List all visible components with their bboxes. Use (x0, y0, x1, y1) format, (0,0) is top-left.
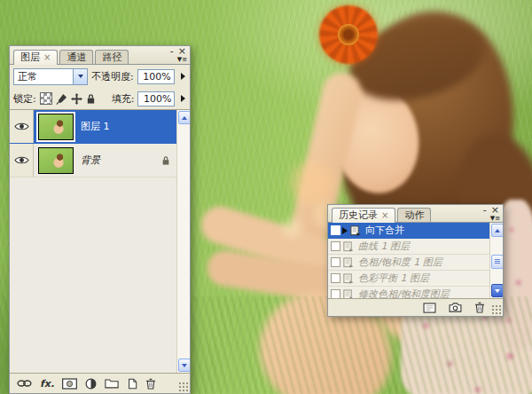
fill-slider-arrow-icon[interactable] (181, 95, 185, 102)
history-state-icon (342, 257, 354, 268)
tab-channels[interactable]: 通道 (59, 50, 93, 64)
tab-paths-label: 路径 (102, 52, 121, 63)
history-state-row[interactable]: 修改色相/饱和度图层 (328, 287, 503, 298)
new-layer-icon[interactable] (127, 378, 137, 390)
history-panel-toolbar (328, 298, 503, 316)
layer-mask-icon[interactable] (62, 378, 77, 390)
layer-style-icon[interactable]: fx. (40, 378, 54, 390)
history-state-icon (349, 225, 361, 236)
tab-history[interactable]: 历史记录 × (332, 208, 395, 223)
tab-layers[interactable]: 图层 × (13, 50, 58, 65)
visibility-toggle[interactable] (10, 110, 34, 143)
layer-row-layer1[interactable]: 图层 1 (10, 110, 190, 144)
layer-name[interactable]: 背景 (81, 154, 161, 167)
minimize-icon[interactable]: - (170, 47, 174, 56)
delete-layer-icon[interactable] (145, 378, 156, 390)
layer-name[interactable]: 图层 1 (81, 120, 176, 133)
history-state-row[interactable]: 向下合并 (328, 223, 503, 239)
history-state-label: 向下合并 (365, 224, 489, 237)
photoshop-workspace: 图层 × 通道 路径 - × ▼≡ 正常 不透明度: 100% (0, 0, 532, 394)
lock-pixels-icon[interactable] (56, 93, 67, 105)
history-brush-source-checkbox[interactable] (328, 273, 342, 283)
tab-close-icon[interactable]: × (43, 52, 51, 63)
history-state-label: 曲线 1 图层 (358, 240, 489, 253)
layer-thumbnail[interactable] (38, 147, 74, 174)
tab-close-icon[interactable]: × (381, 210, 388, 221)
tab-paths[interactable]: 路径 (95, 50, 129, 64)
layer-thumbnail[interactable] (38, 114, 74, 140)
panel-menu-icon[interactable]: ▼≡ (177, 57, 187, 63)
close-icon[interactable]: × (491, 206, 499, 215)
scroll-up-icon[interactable] (491, 224, 503, 237)
visibility-toggle[interactable] (10, 144, 34, 177)
history-state-row[interactable]: 色彩平衡 1 图层 (328, 271, 503, 287)
eye-icon (14, 155, 29, 165)
history-list: 向下合并 曲线 1 图层 色相/饱和度 1 图层 (328, 223, 503, 298)
fill-input[interactable]: 100% (137, 91, 175, 106)
new-document-from-state-icon[interactable] (423, 303, 436, 313)
new-snapshot-icon[interactable] (449, 303, 462, 312)
layer-row-background[interactable]: 背景 (10, 144, 190, 177)
history-brush-source-checkbox[interactable] (328, 257, 342, 267)
history-state-icon (342, 273, 354, 284)
history-scrollbar (489, 223, 503, 298)
tab-channels-label: 通道 (66, 52, 86, 63)
lock-position-icon[interactable] (71, 93, 82, 105)
resize-grip[interactable] (178, 382, 188, 391)
lock-badge-icon (161, 155, 170, 166)
blend-mode-select[interactable]: 正常 (13, 68, 88, 85)
lock-row: 锁定: 填充: 100% (10, 88, 190, 109)
layers-panel-titlebar: 图层 × 通道 路径 - × ▼≡ (10, 46, 190, 65)
history-state-label: 色彩平衡 1 图层 (358, 272, 489, 285)
opacity-label: 不透明度: (91, 70, 134, 83)
current-state-pointer-icon (342, 227, 348, 234)
lens-flare (291, 162, 333, 204)
history-brush-source-checkbox[interactable] (328, 225, 342, 235)
close-icon[interactable]: × (178, 47, 186, 56)
layers-scrollbar (176, 110, 190, 373)
lock-transparency-icon[interactable] (40, 92, 52, 105)
scroll-down-icon[interactable] (178, 359, 190, 372)
tab-actions-label: 动作 (404, 210, 424, 221)
resize-grip[interactable] (491, 304, 501, 314)
new-group-icon[interactable] (105, 378, 119, 389)
history-state-row[interactable]: 曲线 1 图层 (328, 239, 503, 255)
history-state-label: 修改色相/饱和度图层 (358, 288, 489, 298)
eye-icon (14, 122, 29, 131)
lens-flare (282, 218, 301, 238)
history-panel: 历史记录 × 动作 - × ▼≡ 向下合并 (327, 204, 504, 317)
adjustment-layer-icon[interactable] (85, 378, 97, 390)
scroll-thumb[interactable] (491, 255, 503, 269)
tab-history-label: 历史记录 (339, 210, 378, 221)
opacity-slider-arrow-icon[interactable] (181, 73, 185, 80)
blend-mode-value: 正常 (14, 70, 73, 83)
history-brush-source-checkbox[interactable] (328, 289, 342, 298)
history-state-label: 色相/饱和度 1 图层 (358, 256, 489, 269)
layers-panel-toolbar: fx. (10, 373, 190, 393)
blend-mode-row: 正常 不透明度: 100% (10, 65, 190, 88)
chevron-down-icon[interactable] (73, 69, 87, 84)
link-icon[interactable] (17, 379, 32, 388)
scroll-up-icon[interactable] (178, 111, 190, 124)
fill-label: 填充: (112, 92, 135, 106)
history-brush-source-checkbox[interactable] (328, 241, 342, 251)
history-panel-titlebar: 历史记录 × 动作 - × ▼≡ (328, 205, 503, 223)
orange-flower-center (338, 24, 359, 45)
history-state-row[interactable]: 色相/饱和度 1 图层 (328, 255, 503, 271)
minimize-icon[interactable]: - (483, 206, 487, 215)
delete-state-icon[interactable] (474, 302, 485, 313)
history-state-icon (342, 241, 354, 252)
tab-layers-label: 图层 (20, 52, 40, 63)
scroll-down-icon[interactable] (491, 284, 503, 297)
lock-label: 锁定: (13, 92, 36, 106)
panel-menu-icon[interactable]: ▼≡ (490, 216, 500, 222)
lock-all-icon[interactable] (86, 93, 96, 105)
layers-panel: 图层 × 通道 路径 - × ▼≡ 正常 不透明度: 100% (9, 45, 191, 394)
history-state-icon (342, 289, 354, 299)
layer-list: 图层 1 背景 (10, 109, 190, 373)
opacity-input[interactable]: 100% (137, 69, 175, 84)
tab-actions[interactable]: 动作 (397, 208, 431, 222)
